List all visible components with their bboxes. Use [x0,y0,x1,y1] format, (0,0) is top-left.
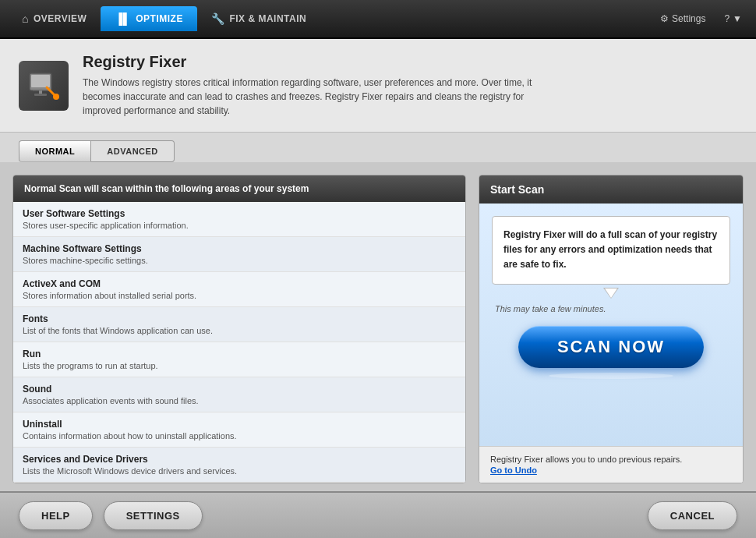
svg-rect-4 [34,94,47,96]
go-to-undo-link[interactable]: Go to Undo [490,465,732,475]
help-button[interactable]: HELP [19,501,93,530]
undo-footer-text: Registry Fixer allows you to undo previo… [490,455,682,464]
content-wrapper: Registry Fixer The Windows registry stor… [0,39,756,538]
scan-item-desc: Stores user-specific application informa… [23,221,456,230]
settings-nav-label: Settings [672,13,705,24]
scan-item-title: User Software Settings [23,208,456,219]
scan-list-item: Services and Device Drivers Lists the Mi… [13,448,465,483]
help-nav-button[interactable]: ? ▼ [718,10,748,27]
gear-icon: ⚙ [660,13,669,24]
cancel-button[interactable]: CANCEL [648,501,737,530]
scan-item-title: Run [23,349,456,359]
scan-item-desc: Associates application events with sound… [23,396,456,405]
panels-area: Normal Scan will scan within the followi… [0,162,756,491]
scan-list-item: Machine Software Settings Stores machine… [13,237,465,272]
speech-bubble-arrow-inner [605,288,617,298]
settings-nav-button[interactable]: ⚙ Settings [654,10,712,27]
wrench-icon: 🔧 [211,12,225,25]
scan-now-button[interactable]: SCAN NOW [518,326,704,368]
scan-item-desc: Contains information about how to uninst… [23,431,456,441]
right-panel-header: Start Scan [479,175,743,204]
scan-list-item: ActiveX and COM Stores information about… [13,272,465,307]
svg-rect-1 [31,75,50,87]
scan-item-desc: Lists the Microsoft Windows device drive… [23,466,456,476]
right-panel-footer: Registry Fixer allows you to undo previo… [479,446,743,483]
scan-item-desc: List of the fonts that Windows applicati… [23,326,456,335]
scan-item-desc: Stores machine-specific settings. [23,256,456,265]
tab-advanced[interactable]: ADVANCED [91,140,175,162]
svg-point-6 [53,94,59,100]
top-navigation: ⌂ OVERVIEW ▐▌ OPTIMIZE 🔧 FIX & MAINTAIN … [0,0,756,39]
scan-time-note: This may take a few minutes. [492,304,606,313]
scan-item-title: Services and Device Drivers [23,454,456,465]
bottom-bar: HELP SETTINGS CANCEL [0,491,756,538]
optimize-icon: ▐▌ [115,12,131,25]
registry-fixer-icon [26,69,61,103]
svg-rect-3 [39,90,42,94]
help-nav-chevron: ▼ [733,13,742,24]
scan-list-item: Fonts List of the fonts that Windows app… [13,307,465,342]
settings-button[interactable]: SETTINGS [104,501,203,530]
scan-item-title: Fonts [23,313,456,324]
mode-tabs: NORMAL ADVANCED [0,133,756,162]
header-area: Registry Fixer The Windows registry stor… [0,39,756,162]
left-panel-header: Normal Scan will scan within the followi… [13,175,465,202]
tab-fix-maintain-label: FIX & MAINTAIN [229,13,306,24]
scan-item-title: Uninstall [23,419,456,430]
tab-optimize-label: OPTIMIZE [136,13,183,24]
app-icon-box [19,61,69,111]
scan-item-title: Sound [23,384,456,395]
scan-areas-panel: Normal Scan will scan within the followi… [12,175,466,483]
scan-item-desc: Stores information about installed seria… [23,291,456,300]
overview-icon: ⌂ [22,12,29,25]
scan-list-item: Sound Associates application events with… [13,377,465,412]
header-text-area: Registry Fixer The Windows registry stor… [83,53,550,118]
tab-overview-label: OVERVIEW [34,13,87,24]
tab-overview[interactable]: ⌂ OVERVIEW [8,6,101,31]
scan-description-box: Registry Fixer will do a full scan of yo… [492,216,730,285]
scan-items-list[interactable]: User Software Settings Stores user-speci… [13,202,465,483]
scan-item-title: ActiveX and COM [23,278,456,289]
scan-list-item: Uninstall Contains information about how… [13,412,465,448]
scan-list-item: Run Lists the programs to run at startup… [13,342,465,377]
start-scan-panel: Start Scan Registry Fixer will do a full… [479,175,744,483]
header-description: The Windows registry stores critical inf… [83,76,550,118]
scan-button-reflection [549,373,673,379]
page-title: Registry Fixer [83,53,550,71]
right-panel-body: Registry Fixer will do a full scan of yo… [479,204,743,446]
tab-normal[interactable]: NORMAL [19,140,91,162]
tab-fix-maintain[interactable]: 🔧 FIX & MAINTAIN [197,6,320,31]
scan-list-item: User Software Settings Stores user-speci… [13,202,465,237]
nav-right-area: ⚙ Settings ? ▼ [654,10,748,27]
scan-item-title: Machine Software Settings [23,243,456,254]
scan-item-desc: Lists the programs to run at startup. [23,361,456,370]
tab-optimize[interactable]: ▐▌ OPTIMIZE [101,6,197,31]
scan-description-text: Registry Fixer will do a full scan of yo… [503,229,717,270]
help-icon: ? [724,13,730,24]
